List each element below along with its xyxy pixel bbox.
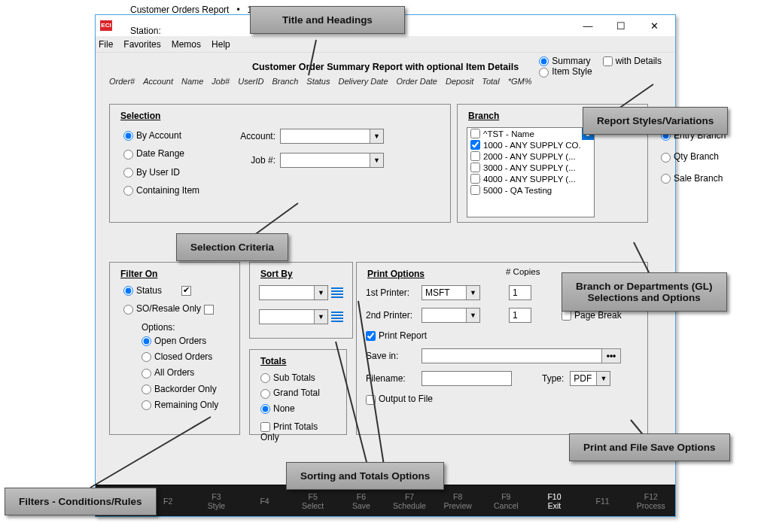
status-radio[interactable]: Status xyxy=(123,285,230,296)
with-details-check[interactable]: with Details xyxy=(603,56,662,66)
job-combo[interactable]: ▼ xyxy=(280,153,384,168)
sort1-combo[interactable]: ▼ xyxy=(259,285,328,300)
printer2-combo[interactable]: ▼ xyxy=(422,308,480,323)
type-label: Type: xyxy=(542,373,564,384)
sort-options-icon[interactable] xyxy=(331,309,343,324)
closed-orders-radio[interactable]: Closed Orders xyxy=(142,351,230,362)
f7-key[interactable]: F7Schedule xyxy=(388,492,431,510)
account-label: Account: xyxy=(227,131,280,141)
sort-options-icon[interactable] xyxy=(331,285,343,300)
containing-item-radio[interactable]: Containing Item xyxy=(123,185,224,196)
totals-group: Totals Sub Totals Grand Total None Print… xyxy=(249,349,347,435)
branch-item[interactable]: 4000 - ANY SUPPLY (... xyxy=(467,173,594,184)
f5-key[interactable]: F5Select xyxy=(291,492,335,510)
filename-input[interactable] xyxy=(422,371,512,386)
f11-key[interactable]: F11 xyxy=(581,497,625,506)
callout-branch: Branch or Departments (GL) Selections an… xyxy=(562,272,727,312)
f9-key[interactable]: F9Cancel xyxy=(484,492,528,510)
selection-legend: Selection xyxy=(119,111,441,121)
item-style-radio[interactable]: Item Style xyxy=(539,66,592,77)
so-resale-radio[interactable]: SO/Resale Only xyxy=(123,303,230,314)
menubar: File Favorites Memos Help xyxy=(96,36,675,53)
callout-selection: Selection Criteria xyxy=(176,233,288,261)
chevron-down-icon[interactable]: ▼ xyxy=(596,372,610,385)
branch-item[interactable]: ^TST - Name xyxy=(467,128,594,139)
all-orders-radio[interactable]: All Orders xyxy=(142,367,230,378)
status-check[interactable] xyxy=(181,286,191,296)
chevron-down-icon[interactable]: ▼ xyxy=(370,154,383,167)
browse-button[interactable]: ••• xyxy=(601,348,621,363)
save-in-label: Save in: xyxy=(366,351,422,361)
menu-favorites[interactable]: Favorites xyxy=(123,39,160,50)
chevron-down-icon[interactable]: ▼ xyxy=(314,286,327,299)
open-orders-radio[interactable]: Open Orders xyxy=(142,336,230,346)
f4-key[interactable]: F4 xyxy=(243,497,287,506)
job-label: Job #: xyxy=(227,155,280,166)
callout-filter: Filters - Conditions/Rules xyxy=(5,488,157,515)
chevron-down-icon[interactable]: ▼ xyxy=(466,286,479,299)
options-label: Options: xyxy=(142,322,230,333)
output-to-file-check[interactable]: Output to File xyxy=(366,394,433,404)
backorder-only-radio[interactable]: Backorder Only xyxy=(142,384,230,394)
sub-totals-radio[interactable]: Sub Totals xyxy=(260,372,337,383)
chevron-down-icon[interactable]: ▼ xyxy=(314,310,327,324)
account-combo[interactable]: ▼ xyxy=(280,129,384,144)
column-labels: Order# Account Name Job# UserID Branch S… xyxy=(109,77,662,86)
save-in-input[interactable] xyxy=(422,348,602,363)
menu-help[interactable]: Help xyxy=(212,39,230,50)
branch-item[interactable]: 1000 - ANY SUPPLY CO. xyxy=(467,139,594,150)
copies2-input[interactable] xyxy=(509,308,531,323)
branch-item[interactable]: 5000 - QA Testing xyxy=(467,184,594,196)
callout-title: Title and Headings xyxy=(250,6,405,34)
branch-item[interactable]: 2000 - ANY SUPPLY (... xyxy=(467,150,594,162)
menu-file[interactable]: File xyxy=(99,39,113,50)
callout-sort-totals: Sorting and Totals Options xyxy=(286,462,444,490)
f3-key[interactable]: F3Style xyxy=(194,492,238,510)
report-style-options: Summary Item Style with Details xyxy=(539,56,662,78)
none-radio[interactable]: None xyxy=(260,403,337,414)
totals-legend: Totals xyxy=(259,356,337,366)
qty-branch-radio[interactable]: Qty Branch xyxy=(661,151,744,162)
grand-total-radio[interactable]: Grand Total xyxy=(260,388,337,398)
sort-group: Sort By ▼ ▼ xyxy=(249,262,353,339)
print-report-check[interactable]: Print Report xyxy=(366,330,427,341)
f12-key[interactable]: F12Process xyxy=(629,492,673,510)
printer1-combo[interactable]: ▼ xyxy=(422,285,480,300)
by-account-radio[interactable]: By Account xyxy=(123,130,224,141)
eci-logo: ECI xyxy=(100,20,112,31)
minimize-button[interactable]: — xyxy=(571,15,604,36)
close-button[interactable]: ✕ xyxy=(638,15,671,36)
printer2-label: 2nd Printer: xyxy=(366,310,422,321)
maximize-button[interactable]: ☐ xyxy=(604,15,638,36)
remaining-only-radio[interactable]: Remaining Only xyxy=(142,400,230,410)
filter-legend: Filter On xyxy=(119,269,230,279)
branch-item[interactable]: 3000 - ANY SUPPLY (... xyxy=(467,162,594,173)
f10-key[interactable]: F10Exit xyxy=(532,492,576,510)
f8-key[interactable]: F8Preview xyxy=(436,492,479,510)
copies1-input[interactable] xyxy=(509,285,531,300)
selection-group: Selection By Account Date Range By User … xyxy=(109,104,451,223)
branch-list[interactable]: ▲ ^TST - Name 1000 - ANY SUPPLY CO. 2000… xyxy=(467,127,595,217)
sort2-combo[interactable]: ▼ xyxy=(259,309,328,324)
copies-label: # Copies xyxy=(506,267,540,276)
callout-print: Print and File Save Options xyxy=(569,433,730,461)
so-resale-check[interactable] xyxy=(204,305,214,315)
chevron-down-icon[interactable]: ▼ xyxy=(466,309,479,322)
summary-radio[interactable]: Summary xyxy=(539,56,592,66)
date-range-radio[interactable]: Date Range xyxy=(123,148,224,159)
callout-report-styles: Report Styles/Variations xyxy=(583,107,728,135)
print-totals-only-check[interactable]: Print Totals Only xyxy=(260,421,337,442)
filename-label: Filename: xyxy=(366,373,422,384)
sale-branch-radio[interactable]: Sale Branch xyxy=(661,173,744,184)
filter-group: Filter On Status SO/Resale Only Options:… xyxy=(109,262,240,435)
sort-legend: Sort By xyxy=(259,269,343,279)
by-user-radio[interactable]: By User ID xyxy=(123,167,224,178)
menu-memos[interactable]: Memos xyxy=(172,39,201,50)
type-combo[interactable]: ▼ xyxy=(570,371,610,386)
printer1-label: 1st Printer: xyxy=(366,287,422,298)
f6-key[interactable]: F6Save xyxy=(339,492,383,510)
chevron-down-icon[interactable]: ▼ xyxy=(370,129,383,143)
